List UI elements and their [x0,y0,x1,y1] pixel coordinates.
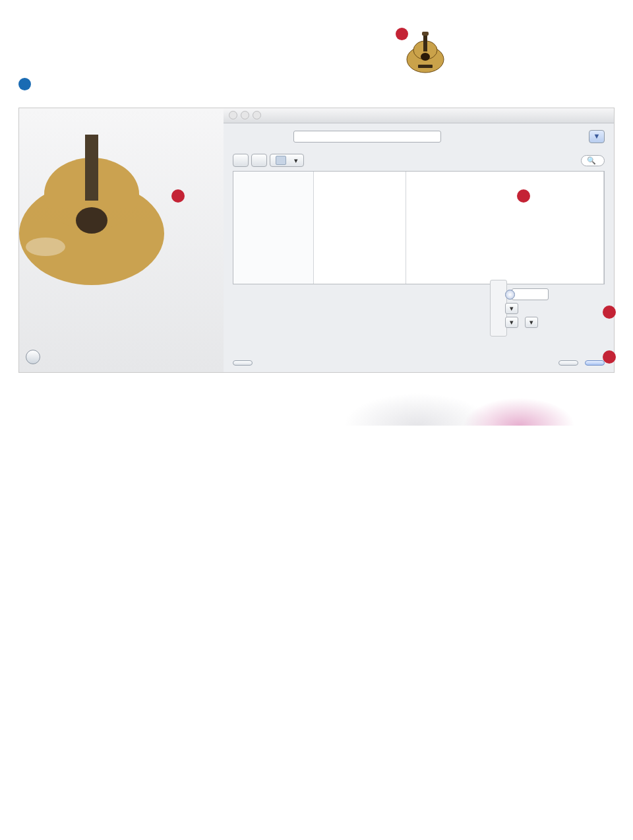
garageband-icon-illustration [402,30,448,77]
gb-window [19,108,224,372]
key-popup[interactable]: ▾ [505,317,518,328]
save-as-input[interactable] [293,131,441,143]
svg-rect-3 [423,33,427,51]
svg-point-10 [26,238,65,256]
search-field[interactable]: 🔍 [581,155,605,166]
footer-decoration [0,383,633,426]
tempo-value[interactable] [512,288,549,300]
callout-1 [396,28,408,40]
traffic-lights[interactable] [229,111,261,119]
svg-rect-9 [85,135,98,201]
callout-2 [171,189,185,203]
expand-button[interactable]: ▼ [589,130,605,143]
svg-rect-4 [422,32,429,36]
search-icon: 🔍 [587,156,596,165]
callout-5 [603,350,616,364]
svg-point-2 [421,53,430,61]
chevron-down-icon: ▾ [294,156,298,165]
screenshot: ▼ ▾ 🔍 [18,108,615,373]
new-folder-button[interactable] [233,360,253,366]
cancel-button[interactable] [558,360,578,366]
dialog-titlebar [224,108,614,123]
callout-3 [517,189,530,203]
step-5 [18,77,448,90]
main-column [18,26,448,97]
help-button[interactable] [26,350,40,364]
file-browser[interactable] [233,171,605,284]
project-settings: ▾ ▾ ▾ [490,280,507,337]
takt-popup[interactable]: ▾ [505,303,518,314]
create-button[interactable] [585,360,605,366]
step-badge-5 [18,78,31,90]
scale-popup[interactable]: ▾ [525,317,538,328]
new-project-dialog: ▼ ▾ 🔍 [224,108,614,372]
svg-rect-5 [418,65,433,68]
location-popup[interactable]: ▾ [270,154,304,167]
guitar-illustration [19,135,224,293]
callout-4 [603,306,616,319]
svg-point-8 [76,207,107,234]
nav-back-button[interactable] [233,154,249,167]
nav-forward-button[interactable] [251,154,267,167]
